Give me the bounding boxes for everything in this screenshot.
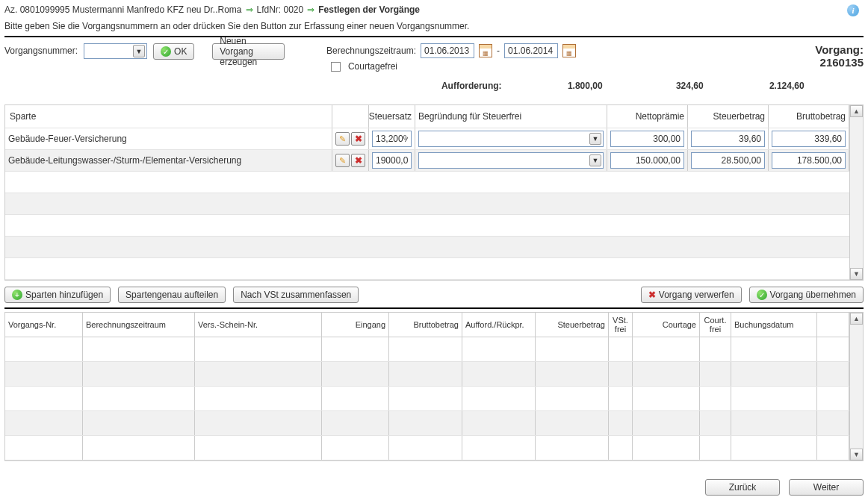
steuersatz-input[interactable] — [372, 152, 412, 169]
chevron-down-icon: ▼ — [589, 133, 601, 145]
sparte-name: Gebäude-Leitungswasser-/Sturm-/Elementar… — [5, 150, 332, 171]
arrow-icon: ⇒ — [307, 4, 314, 15]
col-steuerbetrag[interactable]: Steuerbetrag — [536, 313, 609, 337]
arrow-icon: ⇒ — [246, 4, 253, 15]
begruendung-select[interactable]: ▼ — [418, 152, 604, 169]
aufforderung-netto: 1.800,00 — [524, 81, 603, 91]
chevron-down-icon: ▼ — [133, 45, 145, 57]
courtagefrei-label: Courtagefrei — [348, 61, 397, 72]
delete-button[interactable]: ✖ — [351, 154, 365, 167]
info-icon[interactable]: i — [847, 4, 859, 16]
netto-input[interactable] — [610, 131, 684, 147]
scroll-up-icon[interactable]: ▲ — [850, 313, 863, 325]
calendar-icon[interactable]: ▦ — [562, 44, 576, 57]
delete-icon: ✖ — [355, 134, 362, 144]
chevron-down-icon: ▼ — [589, 154, 601, 166]
col-aufford[interactable]: Aufford./Rückpr. — [462, 313, 536, 337]
check-icon: ✓ — [161, 46, 171, 57]
uebernehmen-label: Vorgang übernehmen — [770, 290, 856, 300]
aufforderung-label: Aufforderung: — [441, 81, 502, 91]
date-from-input[interactable] — [421, 43, 474, 58]
col-eingang[interactable]: Eingang — [322, 313, 389, 337]
date-separator: - — [497, 46, 500, 56]
breadcrumb-seg3: Festlegen der Vorgänge — [318, 4, 420, 15]
col-buchungsdatum[interactable]: Buchungsdatum — [731, 313, 817, 337]
col-steuersatz[interactable]: Steuersatz — [369, 105, 415, 128]
ok-button-label: OK — [174, 46, 187, 57]
vorgangsnummer-label: Vorgangsnummer: — [4, 43, 78, 56]
brutto-input[interactable] — [772, 152, 846, 169]
col-versschein[interactable]: Vers.-Schein-Nr. — [195, 313, 322, 337]
scrollbar[interactable]: ▲ ▼ — [849, 313, 863, 460]
vorgang-uebernehmen-button[interactable]: ✓ Vorgang übernehmen — [749, 287, 864, 303]
aufforderung-steuer: 324,60 — [625, 81, 704, 91]
spartengenau-button[interactable]: Spartengenau aufteilen — [118, 287, 226, 303]
delete-icon: ✖ — [648, 290, 656, 300]
zurueck-button[interactable]: Zurück — [705, 479, 780, 496]
breadcrumb: Az. 0801099995 Mustermanni Manfredo KFZ … — [4, 3, 864, 19]
col-zeitraum[interactable]: Berechnungszeitraum — [83, 313, 195, 337]
col-brutto[interactable]: Bruttobetrag — [389, 313, 462, 337]
nach-vst-button[interactable]: Nach VSt zusammenfassen — [233, 287, 359, 303]
sparte-name: Gebäude-Feuer-Versicherung — [5, 128, 332, 149]
col-sparte[interactable]: Sparte — [5, 105, 332, 128]
scroll-down-icon[interactable]: ▼ — [850, 449, 863, 460]
pencil-icon: ✎ — [339, 134, 346, 144]
delete-icon: ✖ — [355, 155, 362, 166]
vorgang-verwerfen-button[interactable]: ✖ Vorgang verwerfen — [641, 287, 742, 303]
scroll-down-icon[interactable]: ▼ — [850, 268, 863, 280]
brutto-input[interactable] — [772, 131, 846, 147]
edit-button[interactable]: ✎ — [335, 132, 350, 146]
steuer-input[interactable] — [691, 131, 765, 147]
berechnungszeitraum-label: Berechnungszeitraum: — [326, 46, 416, 56]
col-courtfrei[interactable]: Court.frei — [700, 313, 731, 337]
begruendung-select[interactable]: ▼ — [418, 131, 604, 147]
col-vorgangsnr[interactable]: Vorgangs-Nr. — [5, 313, 83, 337]
check-icon: ✓ — [757, 290, 767, 300]
col-nettopraemie[interactable]: Nettoprämie — [607, 105, 688, 128]
col-begruendung[interactable]: Begründung für Steuerfrei — [415, 105, 607, 128]
instruction-text: Bitte geben Sie die Vorgangsnummern an o… — [4, 19, 864, 34]
vorgaenge-grid: Vorgangs-Nr. Berechnungszeitraum Vers.-S… — [4, 312, 864, 461]
steuer-input[interactable] — [691, 152, 765, 169]
vorgangsnummer-select[interactable]: ▼ — [84, 43, 147, 59]
courtagefrei-checkbox[interactable] — [331, 62, 341, 72]
col-steuerbetrag[interactable]: Steuerbetrag — [688, 105, 769, 128]
sparten-row: Gebäude-Leitungswasser-/Sturm-/Elementar… — [5, 150, 849, 172]
ok-button[interactable]: ✓ OK — [153, 43, 194, 60]
sparten-row: Gebäude-Feuer-Versicherung ✎ ✖ ▼ — [5, 128, 849, 150]
neuen-vorgang-button[interactable]: Neuen Vorgang erzeugen — [212, 43, 285, 60]
breadcrumb-seg2: LfdNr: 0020 — [257, 4, 304, 15]
col-bruttobetrag[interactable]: Bruttobetrag — [769, 105, 849, 128]
aufforderung-brutto: 2.124,60 — [726, 81, 805, 91]
calendar-icon[interactable]: ▦ — [479, 44, 492, 57]
scrollbar[interactable]: ▲ ▼ — [849, 105, 863, 280]
plus-icon: + — [12, 290, 22, 300]
pencil-icon: ✎ — [339, 156, 346, 166]
vorgang-header: Vorgang: 2160135 — [810, 43, 864, 69]
steuersatz-input[interactable] — [372, 131, 412, 147]
edit-button[interactable]: ✎ — [335, 154, 350, 167]
neuen-vorgang-label: Neuen Vorgang erzeugen — [220, 36, 277, 67]
sparten-hinzufuegen-button[interactable]: + Sparten hinzufügen — [4, 287, 111, 303]
scroll-up-icon[interactable]: ▲ — [850, 105, 863, 117]
breadcrumb-seg1: Az. 0801099995 Mustermanni Manfredo KFZ … — [4, 4, 242, 15]
verwerfen-label: Vorgang verwerfen — [659, 290, 734, 300]
col-courtage[interactable]: Courtage — [633, 313, 700, 337]
sparten-grid: Sparte Steuersatz Begründung für Steuerf… — [4, 104, 864, 281]
weiter-button[interactable]: Weiter — [789, 479, 864, 496]
sparten-hinzufuegen-label: Sparten hinzufügen — [25, 290, 103, 300]
netto-input[interactable] — [610, 152, 684, 169]
delete-button[interactable]: ✖ — [351, 132, 365, 146]
date-to-input[interactable] — [504, 43, 558, 58]
col-vstfrei[interactable]: VSt.frei — [609, 313, 633, 337]
